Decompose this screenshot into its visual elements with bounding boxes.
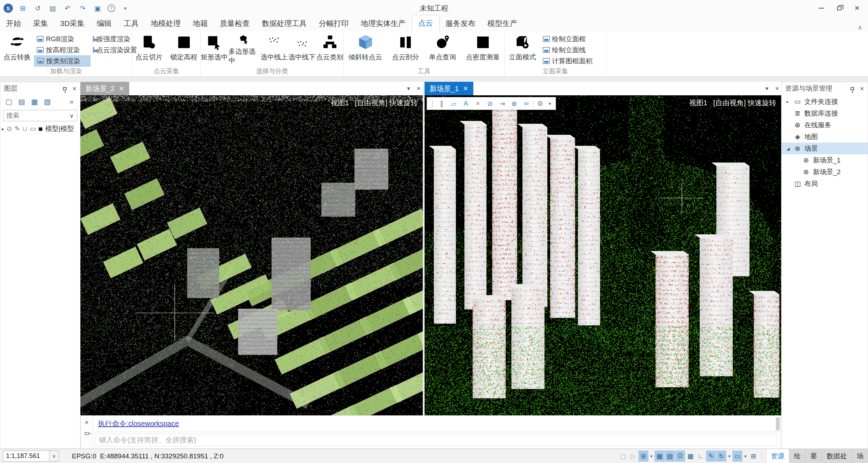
minimize-button[interactable]: [812, 2, 830, 14]
tree-item-scene[interactable]: ◢ ⊛ 场景: [782, 143, 868, 154]
tab-geo-entity[interactable]: 地理实体生产: [355, 16, 412, 31]
numbered-group-icon[interactable]: ▦: [29, 96, 40, 107]
point-cloud-convert-button[interactable]: 点云转换: [0, 31, 34, 65]
help-icon[interactable]: ?: [107, 4, 115, 12]
rotate-tracking-icon[interactable]: ↻: [716, 451, 726, 462]
elevation-render-button[interactable]: 按高程渲染: [34, 44, 90, 55]
scene-canvas-classified-view[interactable]: [425, 95, 781, 415]
grid-display-icon[interactable]: ▦: [685, 451, 695, 462]
parallel-line-icon[interactable]: ∥: [436, 98, 447, 109]
pin-icon[interactable]: [63, 87, 67, 90]
tab-point-cloud[interactable]: 点云: [412, 15, 440, 31]
command-close-icon[interactable]: ×: [85, 419, 89, 426]
drag-handle-icon[interactable]: ⋮: [430, 98, 435, 109]
text-annotation-icon[interactable]: A: [461, 98, 471, 109]
vertex-dropdown-icon[interactable]: ▾: [743, 451, 748, 462]
tab-list-dropdown-icon[interactable]: ▼: [764, 86, 769, 91]
tab-sheet-print[interactable]: 分幅打印: [313, 16, 355, 31]
cloud-section-button[interactable]: 点云剖分: [388, 31, 424, 65]
polygon-select-button[interactable]: 多边形选中: [228, 31, 260, 65]
add-group-icon[interactable]: ▤: [16, 96, 27, 107]
snap-modules-dropdown-icon[interactable]: ▾: [649, 451, 654, 462]
calc-frame-area-button[interactable]: 计算图框面积: [540, 55, 604, 66]
cloud-classes-button[interactable]: 点云类别: [316, 31, 343, 65]
rgb-render-button[interactable]: RGB渲染: [34, 33, 90, 44]
tabgroup-close-icon[interactable]: ×: [775, 85, 779, 92]
command-pin-icon[interactable]: [85, 432, 89, 435]
tab-cadastre[interactable]: 地籍: [187, 16, 214, 31]
undo-icon[interactable]: ↶: [63, 3, 73, 13]
scale-dropdown-icon[interactable]: ∨: [49, 451, 59, 461]
tab-service-publish[interactable]: 服务发布: [440, 16, 482, 31]
dock-tab-resource[interactable]: 资源: [766, 449, 789, 463]
tree-item-new-scene-2[interactable]: ⊛ 新场景_2: [782, 166, 868, 178]
settings-gear-icon[interactable]: ⚙: [535, 98, 546, 109]
tab-collect[interactable]: 采集: [27, 16, 54, 31]
visibility-eye-icon[interactable]: ⊙: [7, 125, 12, 133]
draw-facade-line-button[interactable]: 绘制立面线: [540, 44, 604, 55]
expand-caret-icon[interactable]: ▸: [787, 99, 793, 104]
oblique-to-cloud-button[interactable]: 倾斜转点云: [344, 31, 386, 65]
snap-modules-icon[interactable]: ⊞: [638, 451, 648, 462]
viewport-tab-scene-2[interactable]: 新场景_2 ✕: [80, 82, 129, 95]
table-snap-icon[interactable]: ▦: [654, 451, 664, 462]
tab-start[interactable]: 开始: [0, 16, 27, 31]
dock-tab-scene[interactable]: 场: [852, 449, 868, 463]
select-below-line-button[interactable]: 选中线下: [288, 31, 315, 65]
modules-grid-icon[interactable]: ⊞: [18, 3, 28, 13]
tree-item-new-scene-1[interactable]: ⊛ 新场景_1: [782, 154, 868, 166]
close-icon[interactable]: ×: [860, 85, 864, 92]
ribbon-collapse-icon[interactable]: ∧: [858, 24, 868, 31]
break-line-icon[interactable]: ×: [473, 98, 483, 109]
restore-button[interactable]: [830, 2, 848, 14]
tree-item-database-connection[interactable]: ≣ 数据库连接: [782, 107, 868, 119]
tabgroup-close-icon[interactable]: ×: [417, 85, 421, 92]
layer-list-icon[interactable]: ▢: [3, 96, 15, 107]
ortho-mode-icon[interactable]: ∟: [696, 451, 706, 462]
tree-item-folder-connection[interactable]: ▸ ▭ 文件夹连接: [782, 96, 868, 107]
settings-dropdown-icon[interactable]: ▾: [547, 98, 553, 109]
search-dropdown-icon[interactable]: ∨: [66, 112, 77, 119]
tab-terrain[interactable]: 地模处理: [145, 16, 187, 31]
point-density-button[interactable]: 点密度测量: [462, 31, 504, 65]
tab-close-icon[interactable]: ✕: [119, 85, 124, 92]
dock-tab-data-process[interactable]: 数据处: [822, 449, 852, 463]
render-settings-button[interactable]: 点云渲染设置: [90, 44, 132, 55]
intensity-render-button[interactable]: 按强度渲染: [90, 33, 132, 44]
tab-close-icon[interactable]: ✕: [463, 85, 468, 92]
four-pane-icon[interactable]: ⊞: [748, 451, 758, 462]
tab-quality-check[interactable]: 质量检查: [214, 16, 256, 31]
layer-stack-icon[interactable]: ▧: [42, 96, 53, 107]
class-render-button[interactable]: 按类别渲染: [34, 55, 90, 66]
omega-osnap-icon[interactable]: Ω: [675, 451, 685, 462]
single-point-query-button[interactable]: 单点查询: [425, 31, 461, 65]
command-input[interactable]: [95, 434, 777, 446]
tab-data-tools[interactable]: 数据处理工具: [256, 16, 313, 31]
close-icon[interactable]: ×: [72, 85, 77, 92]
pin-icon[interactable]: [851, 87, 854, 90]
cloud-slice-button[interactable]: 点云切片: [133, 31, 165, 65]
polygon-draw-icon[interactable]: ▱: [448, 98, 459, 109]
node-edit-icon[interactable]: ⊘: [485, 98, 495, 109]
app-logo-icon[interactable]: S: [4, 4, 13, 13]
vertex-box-icon[interactable]: ▭: [732, 451, 742, 462]
extend-line-icon[interactable]: ⇥: [497, 98, 507, 109]
pan-move-icon[interactable]: ⊕: [509, 98, 520, 109]
tab-edit[interactable]: 编辑: [91, 16, 118, 31]
close-button[interactable]: ✕: [848, 2, 866, 14]
select-frame-icon[interactable]: ▣: [93, 3, 102, 13]
viewport-tab-scene-1[interactable]: 新场景_1 ✕: [425, 82, 473, 95]
tree-item-map[interactable]: ◈ 地图: [782, 131, 868, 143]
sketch-pencil-icon[interactable]: ✎: [706, 451, 716, 462]
scale-combo[interactable]: 1:1,187.561 ∨: [3, 451, 59, 462]
deselect-icon[interactable]: ▢: [618, 451, 628, 462]
select-above-line-button[interactable]: 选中线上: [261, 31, 288, 65]
command-scrollbar[interactable]: [776, 417, 780, 430]
expand-caret-icon[interactable]: ▸: [2, 126, 4, 132]
tab-tools[interactable]: 工具: [118, 16, 145, 31]
hatch-fill-icon[interactable]: ▨: [665, 451, 675, 462]
scene-canvas-rgb-view[interactable]: [80, 95, 423, 415]
history-icon[interactable]: ↺: [33, 3, 43, 13]
tree-item-online-service[interactable]: ⊕ 在线服务: [782, 119, 868, 131]
more-tools-icon[interactable]: »: [66, 96, 77, 107]
